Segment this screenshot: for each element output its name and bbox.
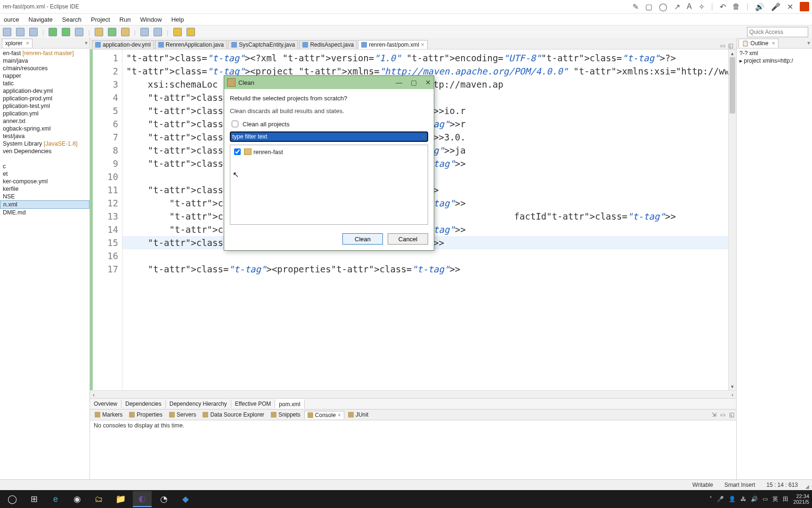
clean-all-checkbox[interactable] <box>232 121 238 127</box>
tray-net-icon[interactable]: 🖧 <box>740 496 746 502</box>
tray-people-icon[interactable]: 👤 <box>729 496 736 502</box>
clear-filter-icon[interactable]: ✕ <box>421 133 426 140</box>
clean-button[interactable]: Clean <box>342 233 383 245</box>
chevron-up-icon[interactable]: ˄ <box>709 496 712 502</box>
chrome-icon[interactable]: ◉ <box>68 492 87 507</box>
minimize-icon[interactable]: — <box>396 79 402 86</box>
folder-icon[interactable]: 📁 <box>111 492 130 507</box>
dialog-icon <box>227 78 235 87</box>
tray-volume-icon[interactable]: 🔊 <box>751 496 758 502</box>
dialog-overlay: Clean — ▢ ✕ Rebuild the selected project… <box>0 0 812 508</box>
maximize-icon[interactable]: ▢ <box>411 79 417 86</box>
dialog-title: Clean <box>238 79 254 86</box>
filter-input[interactable] <box>230 131 428 142</box>
tray-mic-icon[interactable]: 🎤 <box>717 496 724 502</box>
project-list[interactable]: renren-fast <box>230 145 428 225</box>
clean-dialog: Clean — ▢ ✕ Rebuild the selected project… <box>224 75 434 251</box>
project-icon <box>244 148 252 155</box>
windows-taskbar: ◯ ⊞ e ◉ 🗂 📁 ◐ ◔ ◆ ˄ 🎤 👤 🖧 🔊 ▭ 英 田 22:34 … <box>0 490 812 508</box>
cancel-button[interactable]: Cancel <box>388 233 428 245</box>
app1-icon[interactable]: ◔ <box>154 492 173 507</box>
tray-battery-icon[interactable]: ▭ <box>763 496 768 502</box>
project-name: renren-fast <box>253 148 283 156</box>
dialog-question: Rebuild the selected projects from scrat… <box>230 95 428 102</box>
system-tray[interactable]: ˄ 🎤 👤 🖧 🔊 ▭ 英 田 22:34 2021/5 <box>709 493 809 505</box>
tray-clock[interactable]: 22:34 2021/5 <box>793 493 809 505</box>
fileexplorer-icon[interactable]: 🗂 <box>89 492 108 507</box>
edge-icon[interactable]: e <box>46 492 65 507</box>
taskview-button[interactable]: ⊞ <box>24 492 43 507</box>
app2-icon[interactable]: ◆ <box>176 492 195 507</box>
close-icon[interactable]: ✕ <box>425 79 431 86</box>
start-button[interactable]: ◯ <box>3 492 22 507</box>
dialog-subtext: Clean discards all build results and sta… <box>230 107 428 115</box>
clean-all-checkbox-row[interactable]: Clean all projects <box>230 119 428 129</box>
project-list-item[interactable]: renren-fast <box>232 147 426 156</box>
eclipse-icon[interactable]: ◐ <box>133 491 152 507</box>
tray-ime2[interactable]: 田 <box>783 495 788 503</box>
tray-ime[interactable]: 英 <box>772 495 778 503</box>
project-checkbox[interactable] <box>234 148 241 155</box>
clean-all-label: Clean all projects <box>243 121 290 128</box>
dialog-titlebar[interactable]: Clean — ▢ ✕ <box>224 76 434 89</box>
